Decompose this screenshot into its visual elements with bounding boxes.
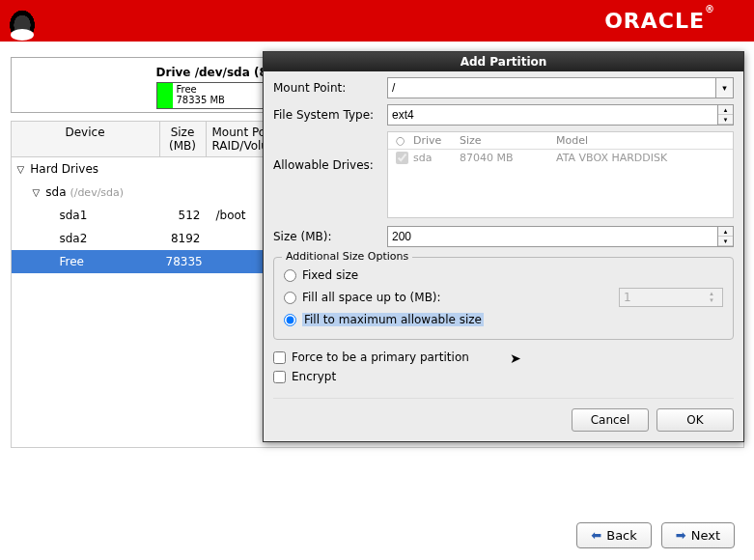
drive-list-header: ○ Drive Size Model (388, 132, 733, 150)
dialog-title: Add Partition (264, 52, 743, 71)
allowable-drives-list[interactable]: ○ Drive Size Model sda 87040 MB ATA VBOX… (387, 131, 734, 218)
mount-point-field: Mount Point: ▾ (273, 77, 734, 98)
expand-icon[interactable]: ▽ (17, 164, 27, 175)
encrypt-checkbox[interactable] (273, 371, 286, 383)
expand-icon[interactable]: ▽ (33, 187, 42, 198)
force-primary-row[interactable]: Force to be a primary partition (273, 348, 734, 367)
oracle-logo: ORACLE® (604, 9, 715, 33)
header-bar: ORACLE® (0, 0, 754, 42)
col-size[interactable]: Size (MB) (160, 122, 207, 156)
drive-checkbox (396, 152, 408, 164)
fs-type-spinner-icon[interactable]: ▴▾ (718, 104, 734, 126)
drive-list-checkbox-header: ○ (392, 134, 409, 147)
arrow-left-icon: ⬅ (591, 528, 601, 543)
size-input[interactable] (387, 226, 718, 247)
size-label: Size (MB): (273, 230, 387, 243)
drive-used-segment (157, 83, 173, 108)
fill-up-value-input: 1 ▴▾ (619, 288, 723, 307)
dialog-buttons: Cancel OK (273, 398, 734, 432)
ok-button[interactable]: OK (656, 408, 734, 432)
size-spinner-icon[interactable]: ▴▾ (718, 226, 734, 247)
radio-fill-up-to[interactable]: Fill all space up to (MB): 1 ▴▾ (284, 285, 723, 310)
radio-fill-max[interactable]: Fill to maximum allowable size (284, 310, 723, 329)
radio-fill-up[interactable] (284, 292, 296, 304)
size-options-group: Additional Size Options Fixed size Fill … (273, 257, 734, 340)
fs-type-field: File System Type: ▴▾ (273, 104, 734, 126)
drive-list-row[interactable]: sda 87040 MB ATA VBOX HARDDISK (388, 150, 733, 169)
col-device[interactable]: Device (12, 122, 160, 156)
cancel-button[interactable]: Cancel (572, 408, 649, 432)
footer-nav: ⬅ Back ➡ Next (576, 522, 735, 548)
encrypt-row[interactable]: Encrypt (273, 367, 734, 386)
radio-fill-maximum[interactable] (284, 314, 296, 326)
fs-type-input[interactable] (387, 104, 718, 126)
back-button[interactable]: ⬅ Back (576, 522, 651, 548)
radio-fixed-size[interactable]: Fixed size (284, 266, 723, 285)
fs-type-label: File System Type: (273, 108, 387, 122)
size-field: Size (MB): ▴▾ (273, 226, 734, 247)
add-partition-dialog: Add Partition Mount Point: ▾ File System… (263, 51, 744, 442)
mount-point-input[interactable] (387, 77, 716, 98)
radio-fixed[interactable] (284, 269, 296, 282)
mount-point-dropdown-icon[interactable]: ▾ (716, 77, 734, 98)
force-primary-checkbox[interactable] (273, 351, 286, 364)
arrow-right-icon: ➡ (676, 528, 686, 543)
next-button[interactable]: ➡ Next (661, 522, 735, 548)
tux-icon (8, 8, 37, 42)
mount-point-label: Mount Point: (273, 81, 387, 95)
size-options-title: Additional Size Options (282, 250, 412, 263)
